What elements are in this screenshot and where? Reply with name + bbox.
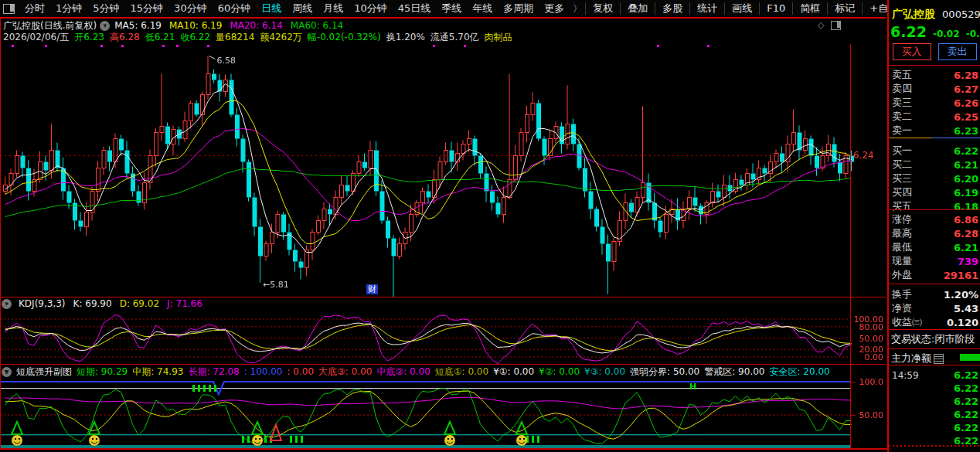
stat-segment: 高6.28 <box>110 31 140 44</box>
period-menu-item[interactable]: 周线 <box>287 2 318 15</box>
kdj-header-value: KDJ(9,3,3) <box>19 298 66 309</box>
sub-header-value: 长期: 72.08 <box>188 366 239 377</box>
sub-indicator-chart[interactable] <box>0 379 887 448</box>
sub-header-value: 短期: 90.29 <box>77 366 128 377</box>
ma-value: MA60: 6.14 <box>291 20 343 31</box>
order-book-row[interactable]: 卖二6.25 <box>892 110 978 124</box>
buy-button[interactable]: 买入 <box>893 43 931 60</box>
stat-row: 现量739 <box>892 254 978 268</box>
collapse-icon[interactable]: ▾ <box>2 367 12 377</box>
tool-menu-item[interactable]: 简框 <box>792 2 827 15</box>
chart-title: 广弘控股(日线.前复权) <box>3 19 97 32</box>
period-menu-item[interactable]: 10分钟 <box>349 2 393 15</box>
period-menu-item[interactable]: 45日线 <box>393 2 437 15</box>
stat-segment: 2026/02/06/五 <box>3 31 69 44</box>
main-force-row[interactable]: 主力净额 <box>891 352 979 365</box>
sub-header-value: : 0.00 <box>288 366 315 377</box>
stat-segment: 额4262万 <box>260 31 302 44</box>
list-icon <box>934 354 944 364</box>
period-menu-item[interactable]: 多周期 <box>498 2 539 15</box>
kdj-header-value: J: 71.66 <box>167 298 202 309</box>
order-book-row[interactable]: 买二6.21 <box>892 158 978 172</box>
sub-header-value: 中底②: 0.00 <box>376 366 430 377</box>
order-book-row[interactable]: 买三6.20 <box>892 172 978 185</box>
tool-menu-item[interactable]: 统计 <box>689 2 724 15</box>
period-menu-item[interactable]: 季线 <box>436 2 467 15</box>
last-price: 6.22 <box>890 23 927 40</box>
chart-title-row: 广弘控股(日线.前复权) ▾ MA5: 6.19MA10: 6.19MA20: … <box>3 19 351 32</box>
kdj-chart[interactable] <box>0 309 887 364</box>
period-menu-item[interactable]: 日线 <box>256 2 287 15</box>
period-menu-item[interactable]: 分时 <box>19 2 50 15</box>
kdj-header-value: K: 69.90 <box>73 298 112 309</box>
tool-menu-item[interactable]: 多股 <box>655 2 689 15</box>
stat-segment: 收6.22 <box>180 31 210 44</box>
diamond-icon[interactable]: ◇ <box>818 20 824 30</box>
order-book-row[interactable]: 卖三6.26 <box>892 96 978 110</box>
order-book-row[interactable]: 买四6.19 <box>892 185 978 199</box>
ma-value: MA5: 6.19 <box>114 20 162 31</box>
price-change-pct: -0.32 <box>966 29 980 39</box>
kdj-header: ▾ KDJ(9,3,3)K: 69.90D: 69.02J: 71.66 <box>2 298 217 309</box>
stat-segment: 低6.21 <box>145 31 175 44</box>
sell-button[interactable]: 卖出 <box>938 43 977 60</box>
daily-stats-row: 2026/02/06/五开6.23高6.28低6.21收6.22量68214额4… <box>3 32 518 43</box>
sub-header-value: 短底①: 0.00 <box>435 366 488 377</box>
stock-name[interactable]: 广弘控股 <box>892 8 935 20</box>
stock-code: 000529 <box>942 8 980 20</box>
stat-segment: 幅-0.02(-0.32%) <box>308 31 381 44</box>
period-menu-item[interactable]: 年线 <box>467 2 498 15</box>
sub-header-value: ¥③: 0.00 <box>584 366 625 377</box>
dividend-flag[interactable]: 财 <box>366 284 378 294</box>
ma-legend: MA5: 6.19MA10: 6.19MA20: 6.14MA60: 6.14 <box>114 20 351 31</box>
sub-values: 短底强升副图短期: 90.29中期: 74.93长期: 72.08: 100.0… <box>16 365 835 379</box>
axis-label: 50.00 <box>859 410 884 420</box>
period-menu-item[interactable]: 30分钟 <box>168 2 213 15</box>
collapse-icon[interactable]: ▾ <box>2 299 12 309</box>
tool-menu-item[interactable]: 复权 <box>585 2 620 15</box>
period-menu-item[interactable]: 月线 <box>318 2 349 15</box>
trade-status: 交易状态:闭市阶段 <box>891 332 979 346</box>
kdj-header-value: D: 69.02 <box>120 298 159 309</box>
tick-row: 6.22 <box>892 382 978 395</box>
order-book-row[interactable]: 卖四6.27 <box>892 82 978 96</box>
tool-menu-item[interactable]: 画线 <box>724 2 759 15</box>
dotted-divider <box>889 445 980 447</box>
stat-segment: 肉制品 <box>485 31 512 44</box>
quote-sidebar: 广弘控股 000529 6.22 -0.02 -0.32 买入 卖出 卖五6.2… <box>887 0 980 452</box>
stat-segment: 换1.20% <box>386 31 425 44</box>
order-book-row[interactable]: 卖五6.28 <box>892 68 978 82</box>
order-book-row[interactable]: 买五6.18 <box>892 199 978 213</box>
layout-icon[interactable] <box>831 21 841 30</box>
tick-row: 6.22 <box>892 421 978 434</box>
order-book-row[interactable]: 买一6.22 <box>892 144 978 158</box>
stat-row: 外盘29161 <box>892 268 978 282</box>
tool-menu-item[interactable]: F10 <box>759 2 792 15</box>
candlestick-chart[interactable] <box>0 44 887 297</box>
sub-header-value: 强弱分界: 50.00 <box>630 366 699 377</box>
stat-row: 涨停6.86 <box>892 212 978 226</box>
period-menu-item[interactable]: 1分钟 <box>50 2 87 15</box>
order-book-row[interactable]: 卖一6.23 <box>892 124 978 138</box>
period-menu-item[interactable]: 更多 <box>539 2 570 15</box>
main-force-bar <box>960 354 980 361</box>
stat-segment: 流通5.70亿 <box>430 31 479 44</box>
sub-header: ▾ 短底强升副图短期: 90.29中期: 74.93长期: 72.08: 100… <box>2 365 839 379</box>
axis-label: 80.00 <box>859 322 884 332</box>
more-arrow-icon[interactable]: 〉 <box>570 2 585 15</box>
stat-row: 净资5.43 <box>892 301 978 315</box>
trading-terminal: 分时1分钟5分钟15分钟30分钟60分钟日线周线月线10分钟45日线季线年线多周… <box>0 0 980 452</box>
axis-label: 100.0 <box>859 377 884 387</box>
sub-header-value: 短底强升副图 <box>16 366 72 377</box>
axis-label: 50.00 <box>859 334 884 344</box>
period-menu-item[interactable]: 5分钟 <box>87 2 124 15</box>
sub-header-value: ¥②: 0.00 <box>539 366 580 377</box>
chevron-down-icon[interactable]: ▾ <box>100 21 110 31</box>
tool-menu-item[interactable]: 叠加 <box>620 2 655 15</box>
top-menu-bar: 分时1分钟5分钟15分钟30分钟60分钟日线周线月线10分钟45日线季线年线多周… <box>0 0 886 19</box>
period-menu-item[interactable]: 60分钟 <box>213 2 257 15</box>
window-split-icon[interactable] <box>3 4 15 14</box>
sub-header-value: 安全区: 20.00 <box>769 366 829 377</box>
period-menu-item[interactable]: 15分钟 <box>125 2 169 15</box>
ma-value: MA20: 6.14 <box>230 20 282 31</box>
